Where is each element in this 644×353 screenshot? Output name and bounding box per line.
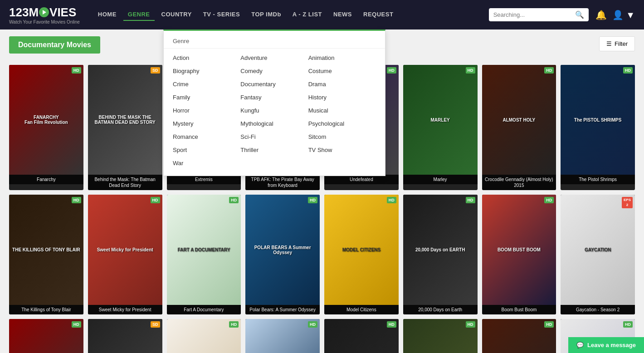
- movie-card-polarbears[interactable]: POLAR BEARS A Summer Odyssey HD Polar Be…: [245, 195, 320, 314]
- nav-request[interactable]: REQUEST: [359, 9, 398, 21]
- hd-badge: HD: [72, 67, 81, 74]
- movie-card-fanarchy[interactable]: FANARCHYFan Film Revolution HD Fanarchy: [9, 65, 83, 190]
- poster-bg: MARLEY: [403, 65, 478, 175]
- movie-card-sweetmicky[interactable]: Sweet Micky for President HD Sweet Micky…: [88, 195, 162, 314]
- movie-card-boombust[interactable]: BOOM BUST BOOM HD Boom Bust Boom: [482, 195, 556, 314]
- genre-fantasy[interactable]: Fantasy: [240, 92, 308, 103]
- movie-title: 20,000 Days on Earth: [403, 305, 478, 314]
- poster-bg: BEHIND THE MASK THE BATMAN DEAD END STOR…: [88, 65, 162, 175]
- genre-kungfu[interactable]: Kungfu: [240, 105, 308, 116]
- genre-psychological[interactable]: Psychological: [308, 118, 376, 129]
- movie-card-batman[interactable]: BEHIND THE MASK THE BATMAN DEAD END STOR…: [88, 65, 162, 190]
- poster-bg: FANARCHYFan Film Revolution: [9, 65, 83, 175]
- movie-title: Undefeated: [324, 175, 399, 184]
- chat-label: Leave a message: [587, 342, 636, 348]
- genre-adventure[interactable]: Adventure: [240, 52, 308, 64]
- genre-mythological[interactable]: Mythological: [240, 118, 308, 129]
- genre-musical[interactable]: Musical: [308, 105, 376, 116]
- search-button[interactable]: 🔍: [575, 10, 584, 19]
- genre-documentary[interactable]: Documentary: [240, 78, 308, 90]
- hd-badge: HD: [466, 197, 475, 203]
- poster-bg: POLAR BEARS A Summer Odyssey: [245, 195, 320, 304]
- search-input[interactable]: [493, 11, 575, 18]
- genre-biography[interactable]: Biography: [173, 65, 240, 77]
- logo-subtitle: Watch Your Favorite Movies Online: [9, 20, 80, 25]
- movie-card-killings[interactable]: THE KILLINGS OF TONY BLAIR HD The Killin…: [9, 195, 83, 314]
- header-icons: 🔔 👤 ▼: [595, 10, 635, 20]
- logo[interactable]: 123M VIES: [9, 5, 80, 20]
- nav-country[interactable]: COUNTRY: [157, 9, 196, 21]
- genre-scifi[interactable]: Sci-Fi: [240, 131, 308, 142]
- header: 123M VIES Watch Your Favorite Movies Onl…: [0, 0, 644, 29]
- nav-home[interactable]: HOME: [93, 9, 121, 21]
- movie-card-modelcitizens[interactable]: MODEL CITIZENS HD Model Citizens: [324, 195, 399, 314]
- movie-title: Sweet Micky for President: [88, 305, 162, 314]
- movie-card-almostholy[interactable]: ALMOST HOLY HD Crocodile Gennadiy (Almos…: [482, 65, 556, 190]
- search-area[interactable]: 🔍: [489, 8, 589, 21]
- movie-card-doc7[interactable]: HD Documentary: [482, 319, 556, 353]
- hd-badge: HD: [72, 321, 81, 328]
- hd-badge: HD: [308, 321, 317, 328]
- genre-romance[interactable]: Romance: [173, 131, 240, 142]
- movie-card-pistol[interactable]: The PISTOL SHRIMPS HD The Pistol Shrimps: [561, 65, 635, 190]
- hd-badge: HD: [308, 197, 317, 203]
- genre-family[interactable]: Family: [173, 92, 240, 103]
- genre-comedy[interactable]: Comedy: [240, 65, 308, 77]
- movie-card-gaycation[interactable]: GAYCATION EPS2 Gaycation - Season 2: [561, 195, 635, 314]
- poster-bg: BOOM BUST BOOM: [482, 195, 556, 304]
- nav-genre[interactable]: GENRE: [123, 9, 155, 21]
- movie-title: Extremis: [167, 175, 241, 184]
- movie-title: Polar Bears: A Summer Odyssey: [245, 305, 320, 314]
- movie-card-monster[interactable]: JJJ MONSTER HD Documentary: [403, 319, 478, 353]
- genre-horror[interactable]: Horror: [173, 105, 240, 116]
- genre-thriller[interactable]: Thriller: [240, 144, 308, 156]
- movie-card-doc1[interactable]: HD Documentary: [9, 319, 83, 353]
- genre-mystery[interactable]: Mystery: [173, 118, 240, 129]
- page-title: Documentary Movies: [9, 36, 100, 54]
- genre-sport[interactable]: Sport: [173, 144, 240, 156]
- nav-az[interactable]: A - Z LIST: [288, 9, 327, 21]
- genre-grid: Action Adventure Animation Biography Com…: [164, 52, 385, 169]
- movie-card-beavers[interactable]: MEET THE BEAVERS HD Meet the Beavers: [167, 319, 241, 353]
- genre-crime[interactable]: Crime: [173, 78, 240, 90]
- movie-title: Marley: [403, 175, 478, 184]
- nav-imdb[interactable]: TOP IMDb: [247, 9, 286, 21]
- nav-news[interactable]: NEWS: [329, 9, 356, 21]
- genre-tvshow[interactable]: TV Show: [308, 144, 376, 156]
- genre-action[interactable]: Action: [173, 52, 240, 64]
- eps-badge: EPS2: [622, 197, 633, 208]
- genre-history[interactable]: History: [308, 92, 376, 103]
- genre-war[interactable]: War: [173, 157, 240, 169]
- genre-animation[interactable]: Animation: [308, 52, 376, 64]
- movie-card-doc4[interactable]: HD Documentary: [245, 319, 320, 353]
- genre-costume[interactable]: Costume: [308, 65, 376, 77]
- user-avatar-icon[interactable]: 👤 ▼: [612, 10, 635, 20]
- movie-card-20000days[interactable]: 20,000 Days on EARTH HD 20,000 Days on E…: [403, 195, 478, 314]
- poster-bg: Sweet Micky for President: [88, 195, 162, 304]
- hd-badge: HD: [466, 321, 475, 328]
- poster-bg: GAYCATION: [561, 195, 635, 304]
- sd-badge: SD: [151, 321, 160, 328]
- live-chat-button[interactable]: 💬 Leave a message: [568, 337, 644, 353]
- movies-row-3: HD Documentary Live Long... SD Documenta…: [9, 319, 635, 353]
- movie-card-marley[interactable]: MARLEY HD Marley: [403, 65, 478, 190]
- hd-badge: HD: [229, 197, 239, 203]
- filter-label: Filter: [615, 40, 628, 47]
- hd-badge: HD: [387, 321, 396, 328]
- genre-drama[interactable]: Drama: [308, 78, 376, 90]
- poster-bg: THE KILLINGS OF TONY BLAIR: [9, 195, 83, 304]
- poster-bg: ALMOST HOLY: [482, 65, 556, 175]
- nav-tv-series[interactable]: TV - SERIES: [199, 9, 244, 21]
- movie-card-fart[interactable]: FART A DOCUMENTARY HD Fart A Documentary: [167, 195, 241, 314]
- movie-card-neonbull[interactable]: Neon Bull HD Neon Bull: [324, 319, 399, 353]
- hd-badge: HD: [229, 321, 239, 328]
- poster-bg: FART A DOCUMENTARY: [167, 195, 241, 304]
- logo-text-1: 123M: [9, 5, 39, 20]
- filter-button[interactable]: ☰ Filter: [599, 36, 635, 51]
- notification-icon[interactable]: 🔔: [595, 10, 607, 20]
- sd-badge: SD: [151, 67, 160, 74]
- movie-card-doc2[interactable]: Live Long... SD Documentary: [88, 319, 162, 353]
- movie-title: Model Citizens: [324, 305, 399, 314]
- genre-sitcom[interactable]: Sitcom: [308, 131, 376, 142]
- hd-badge: HD: [387, 67, 396, 74]
